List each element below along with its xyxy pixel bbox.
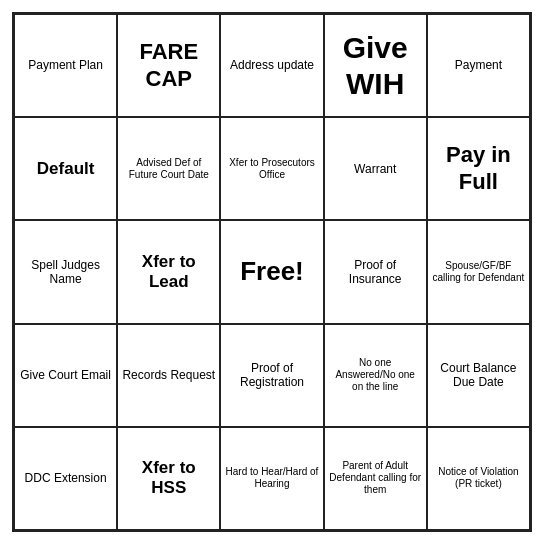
cell-r1c1[interactable]: Advised Def of Future Court Date [117,117,220,220]
cell-r0c0[interactable]: Payment Plan [14,14,117,117]
cell-r4c1[interactable]: Xfer to HSS [117,427,220,530]
cell-r4c0[interactable]: DDC Extension [14,427,117,530]
cell-r3c1[interactable]: Records Request [117,324,220,427]
cell-r4c2[interactable]: Hard to Hear/Hard of Hearing [220,427,323,530]
cell-r4c3[interactable]: Parent of Adult Defendant calling for th… [324,427,427,530]
bingo-board: Payment PlanFARE CAPAddress updateGive W… [12,12,532,532]
cell-r2c3[interactable]: Proof of Insurance [324,220,427,323]
cell-r3c4[interactable]: Court Balance Due Date [427,324,530,427]
cell-r0c2[interactable]: Address update [220,14,323,117]
cell-r1c4[interactable]: Pay in Full [427,117,530,220]
cell-r0c1[interactable]: FARE CAP [117,14,220,117]
cell-r3c3[interactable]: No one Answered/No one on the line [324,324,427,427]
cell-r3c2[interactable]: Proof of Registration [220,324,323,427]
cell-r0c3[interactable]: Give WIH [324,14,427,117]
cell-r4c4[interactable]: Notice of Violation (PR ticket) [427,427,530,530]
cell-r1c3[interactable]: Warrant [324,117,427,220]
cell-r0c4[interactable]: Payment [427,14,530,117]
cell-r2c0[interactable]: Spell Judges Name [14,220,117,323]
cell-r2c2[interactable]: Free! [220,220,323,323]
cell-r3c0[interactable]: Give Court Email [14,324,117,427]
cell-r2c4[interactable]: Spouse/GF/BF calling for Defendant [427,220,530,323]
cell-r1c0[interactable]: Default [14,117,117,220]
cell-r1c2[interactable]: Xfer to Prosecutors Office [220,117,323,220]
cell-r2c1[interactable]: Xfer to Lead [117,220,220,323]
